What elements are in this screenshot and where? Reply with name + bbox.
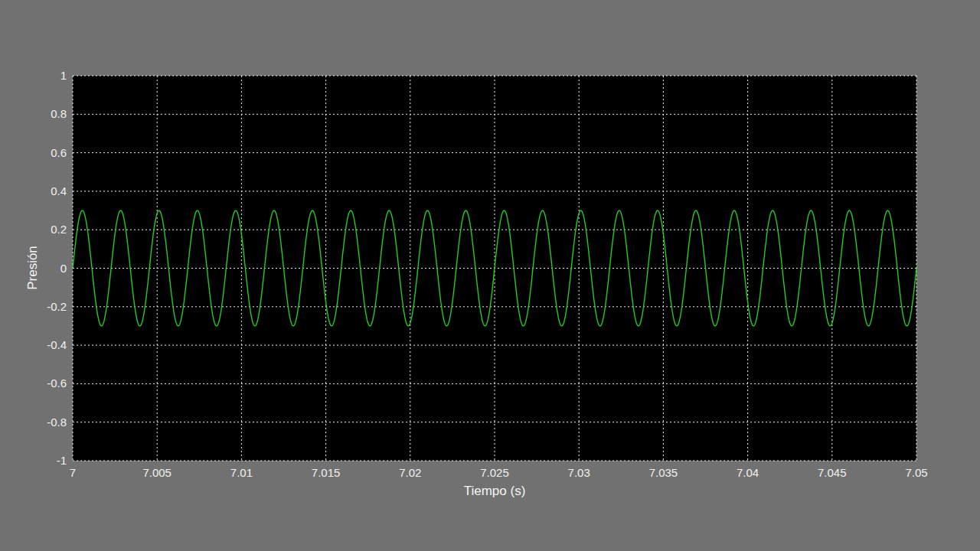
x-tick-label: 7.02 [399, 466, 421, 479]
y-tick-label: 0.6 [51, 146, 67, 159]
scope-figure-window: 77.0057.017.0157.027.0257.037.0357.047.0… [0, 0, 980, 551]
x-tick-label: 7.025 [480, 466, 509, 479]
y-tick-label: 1 [60, 69, 67, 82]
x-tick-label: 7.045 [818, 466, 847, 479]
x-tick-label: 7.035 [649, 466, 678, 479]
pressure-waveform-chart: 77.0057.017.0157.027.0257.037.0357.047.0… [0, 0, 980, 551]
y-tick-label: 0.4 [51, 184, 67, 197]
x-tick-label: 7 [70, 466, 76, 479]
x-tick-label: 7.04 [737, 466, 759, 479]
y-tick-label: 0.8 [51, 107, 67, 120]
x-tick-label: 7.01 [230, 466, 253, 479]
x-tick-label: 7.05 [905, 466, 927, 479]
y-tick-label: -0.2 [47, 300, 67, 313]
y-tick-label: 0.2 [51, 223, 67, 236]
y-tick-label: -0.6 [47, 377, 67, 390]
x-tick-label: 7.015 [312, 466, 341, 479]
x-tick-label: 7.03 [568, 466, 590, 479]
y-tick-label: -0.8 [47, 416, 67, 429]
y-tick-label: 0 [60, 262, 67, 275]
y-tick-label: -0.4 [47, 338, 67, 351]
x-tick-label: 7.005 [142, 466, 172, 479]
y-tick-label: -1 [57, 454, 67, 467]
